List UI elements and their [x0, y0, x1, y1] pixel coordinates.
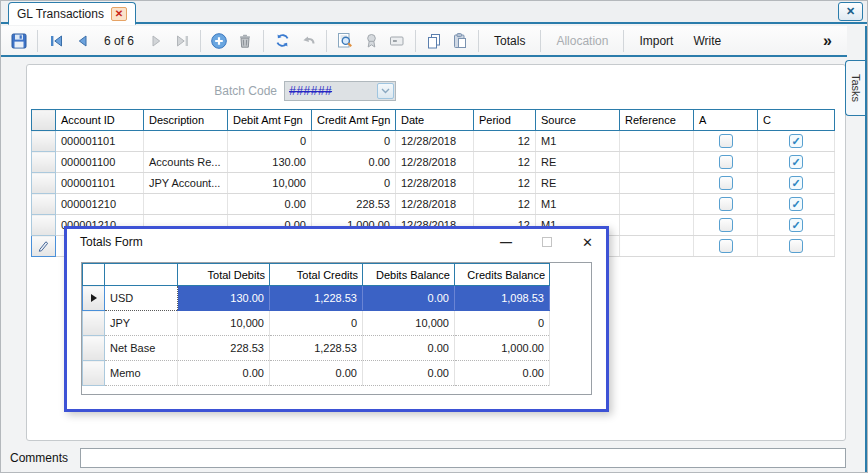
nav-next-button[interactable]: [143, 28, 169, 53]
cell-date[interactable]: 12/28/2018: [396, 194, 474, 215]
cell-reference[interactable]: [620, 236, 694, 257]
cell-period[interactable]: 12: [474, 152, 536, 173]
cell-currency[interactable]: USD: [105, 286, 178, 311]
cell-a[interactable]: ✓: [694, 131, 758, 152]
checkbox-a[interactable]: ✓: [719, 239, 733, 253]
cell-credit[interactable]: 0: [312, 173, 396, 194]
cell-reference[interactable]: [620, 215, 694, 236]
refresh-button[interactable]: [269, 28, 295, 53]
cell-c[interactable]: ✓: [758, 131, 835, 152]
col-header-period[interactable]: Period: [474, 110, 536, 131]
col-header-date[interactable]: Date: [396, 110, 474, 131]
checkbox-c[interactable]: ✓: [789, 218, 803, 232]
col-header-reference[interactable]: Reference: [620, 110, 694, 131]
cell-credits-balance[interactable]: 1,000.00: [455, 336, 550, 361]
cell-currency[interactable]: Net Base: [105, 336, 178, 361]
paste-button[interactable]: [447, 28, 473, 53]
cell-account-id[interactable]: 000001210: [56, 194, 144, 215]
cell-debit[interactable]: 0.00: [228, 194, 312, 215]
totals-col-header-total-debits[interactable]: Total Debits: [178, 264, 270, 286]
col-header-credit[interactable]: Credit Amt Fgn: [312, 110, 396, 131]
row-selector-current[interactable]: [83, 286, 105, 311]
checkbox-c[interactable]: ✓: [789, 197, 803, 211]
cell-total-debits[interactable]: 228.53: [178, 336, 270, 361]
find-button[interactable]: [332, 28, 358, 53]
totals-col-header-credits-balance[interactable]: Credits Balance: [455, 264, 550, 286]
allocation-button[interactable]: Allocation: [546, 28, 618, 53]
undo-button[interactable]: [295, 28, 321, 53]
cell-debit[interactable]: 10,000: [228, 173, 312, 194]
cell-source[interactable]: M1: [536, 194, 620, 215]
cell-credit[interactable]: 228.53: [312, 194, 396, 215]
cell-total-credits[interactable]: 1,228.53: [270, 336, 363, 361]
cell-a[interactable]: ✓: [694, 152, 758, 173]
cell-reference[interactable]: [620, 131, 694, 152]
cell-period[interactable]: 12: [474, 173, 536, 194]
cell-period[interactable]: 12: [474, 131, 536, 152]
checkbox-c[interactable]: ✓: [789, 239, 803, 253]
checkbox-a[interactable]: ✓: [719, 197, 733, 211]
cell-description[interactable]: Accounts Re...: [144, 152, 228, 173]
cell-a[interactable]: ✓: [694, 215, 758, 236]
cell-account-id[interactable]: 000001101: [56, 131, 144, 152]
totals-button[interactable]: Totals: [484, 28, 535, 53]
row-selector[interactable]: [32, 215, 56, 236]
cell-total-credits[interactable]: 1,228.53: [270, 286, 363, 311]
cell-c[interactable]: ✓: [758, 236, 835, 257]
cell-c[interactable]: ✓: [758, 173, 835, 194]
checkbox-c[interactable]: ✓: [789, 155, 803, 169]
cell-source[interactable]: M1: [536, 131, 620, 152]
cell-total-debits[interactable]: 10,000: [178, 311, 270, 336]
cell-total-credits[interactable]: 0: [270, 311, 363, 336]
cell-debit[interactable]: 0: [228, 131, 312, 152]
cell-debits-balance[interactable]: 0.00: [363, 286, 455, 311]
nav-first-button[interactable]: [43, 28, 69, 53]
row-selector[interactable]: [83, 311, 105, 336]
mail-button[interactable]: [384, 28, 410, 53]
cell-a[interactable]: ✓: [694, 236, 758, 257]
cell-date[interactable]: 12/28/2018: [396, 173, 474, 194]
batch-code-combobox[interactable]: ######: [284, 81, 396, 101]
edit-row-indicator[interactable]: [32, 236, 56, 257]
cell-period[interactable]: 12: [474, 194, 536, 215]
tab-gl-transactions[interactable]: GL Transactions ✕: [8, 2, 136, 25]
cell-total-credits[interactable]: 0.00: [270, 361, 363, 386]
cell-source[interactable]: RE: [536, 152, 620, 173]
checkbox-a[interactable]: ✓: [719, 176, 733, 190]
dialog-titlebar[interactable]: Totals Form — ✕: [67, 229, 606, 255]
checkbox-c[interactable]: ✓: [789, 134, 803, 148]
cell-description[interactable]: JPY Account...: [144, 173, 228, 194]
write-button[interactable]: Write: [683, 28, 731, 53]
row-selector[interactable]: [32, 173, 56, 194]
cell-c[interactable]: ✓: [758, 215, 835, 236]
cell-debit[interactable]: 130.00: [228, 152, 312, 173]
cell-currency[interactable]: Memo: [105, 361, 178, 386]
combobox-dropdown-button[interactable]: [377, 83, 394, 99]
cell-credits-balance[interactable]: 1,098.53: [455, 286, 550, 311]
tasks-tab[interactable]: Tasks: [845, 60, 865, 116]
cell-a[interactable]: ✓: [694, 173, 758, 194]
row-selector[interactable]: [32, 152, 56, 173]
cell-debits-balance[interactable]: 10,000: [363, 311, 455, 336]
cell-debits-balance[interactable]: 0.00: [363, 336, 455, 361]
cell-debits-balance[interactable]: 0.00: [363, 361, 455, 386]
nav-last-button[interactable]: [169, 28, 195, 53]
row-selector[interactable]: [32, 131, 56, 152]
cell-date[interactable]: 12/28/2018: [396, 152, 474, 173]
cell-date[interactable]: 12/28/2018: [396, 131, 474, 152]
col-header-c[interactable]: C: [758, 110, 835, 131]
cell-c[interactable]: ✓: [758, 194, 835, 215]
col-header-debit[interactable]: Debit Amt Fgn: [228, 110, 312, 131]
cell-source[interactable]: RE: [536, 173, 620, 194]
totals-col-header-total-credits[interactable]: Total Credits: [270, 264, 363, 286]
cell-reference[interactable]: [620, 173, 694, 194]
import-button[interactable]: Import: [629, 28, 683, 53]
totals-col-header-currency[interactable]: [105, 264, 178, 286]
save-button[interactable]: [6, 28, 32, 53]
cell-a[interactable]: ✓: [694, 194, 758, 215]
cell-account-id[interactable]: 000001100: [56, 152, 144, 173]
totals-col-header-debits-balance[interactable]: Debits Balance: [363, 264, 455, 286]
cell-total-debits[interactable]: 0.00: [178, 361, 270, 386]
cell-total-debits[interactable]: 130.00: [178, 286, 270, 311]
checkbox-a[interactable]: ✓: [719, 218, 733, 232]
